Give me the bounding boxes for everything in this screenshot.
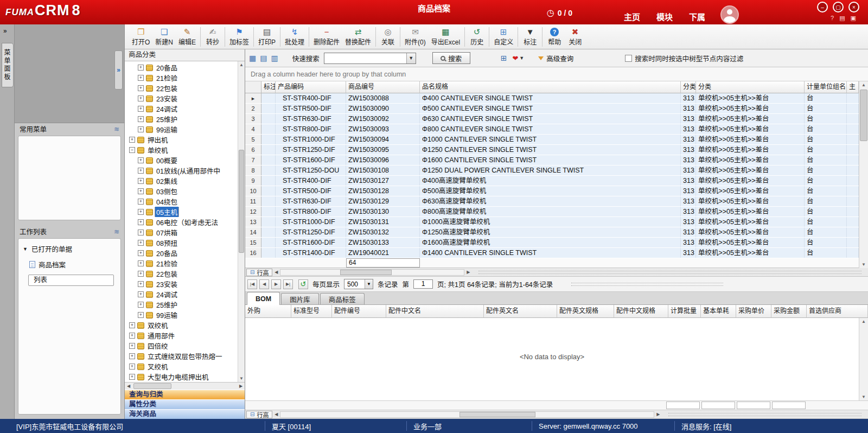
expander-icon[interactable]: +	[138, 209, 144, 215]
expander-icon[interactable]: +	[129, 322, 135, 328]
expand-panel-button[interactable]: »	[114, 50, 123, 90]
tree-item[interactable]: +21检验	[125, 258, 237, 269]
scroll-down-icon[interactable]: ▼	[861, 393, 866, 400]
expander-icon[interactable]: +	[129, 137, 135, 143]
help-button[interactable]: ?帮助	[544, 26, 565, 48]
expander-icon[interactable]: +	[138, 168, 144, 174]
scroll-up-icon[interactable]: ▲	[861, 318, 866, 325]
scroll-down-icon[interactable]: ▼	[239, 375, 244, 382]
menu-panel-tab[interactable]: 菜单面板	[2, 43, 14, 87]
expander-icon[interactable]: +	[138, 219, 144, 225]
print-button[interactable]: ▤打印P	[256, 26, 278, 48]
table-row[interactable]: 15ST-STR1600-DIFZW15030133Φ1600高速旋臂单绞机31…	[245, 238, 859, 248]
expander-icon[interactable]: +	[129, 374, 135, 380]
tree-item[interactable]: +通用部件	[125, 330, 237, 341]
first-page-button[interactable]: |◀	[247, 279, 257, 289]
scroll-left-icon[interactable]: ◀	[272, 270, 280, 275]
expander-icon[interactable]: +	[138, 250, 144, 256]
expander-icon[interactable]: +	[129, 353, 135, 359]
tree-item[interactable]: +大型电力电缆押出机	[125, 372, 237, 382]
table-row[interactable]: 16ST-STR1400-DIFZW19040021Φ1400 CANTILEV…	[245, 248, 859, 258]
expander-icon[interactable]: +	[129, 333, 135, 339]
bom-column-header-9[interactable]: 采购单价	[736, 305, 771, 318]
scrollbar-track[interactable]	[132, 383, 237, 390]
scrollbar-track[interactable]	[859, 88, 868, 261]
minimize-button[interactable]: –	[817, 2, 828, 12]
expander-icon[interactable]: +	[129, 364, 135, 370]
favorites-icon[interactable]: ❤	[512, 54, 518, 62]
corner-icon-0[interactable]: ?	[831, 15, 834, 22]
expander-icon[interactable]: +	[138, 65, 144, 71]
expander-icon[interactable]: +	[138, 312, 144, 318]
scroll-right-icon[interactable]: ▶	[464, 270, 472, 275]
scrollbar-track[interactable]	[859, 325, 868, 393]
attribute-classify-bar[interactable]: 属性分类	[125, 399, 245, 409]
open-button[interactable]: ❐打开O	[129, 26, 152, 48]
favorites-dropdown-icon[interactable]: ▼	[519, 55, 524, 61]
add-tag-button[interactable]: ⚑加标签	[227, 26, 252, 48]
tree-item[interactable]: +24调试	[125, 289, 237, 300]
scrollbar-thumb[interactable]	[133, 383, 171, 389]
table-row[interactable]: 5ST-STR1000-DIFZW15030094Φ1000 CANTILEVE…	[245, 135, 859, 145]
edit-button[interactable]: ✎编辑E	[176, 26, 199, 48]
expander-icon[interactable]: +	[138, 240, 144, 246]
column-header-8[interactable]: 主	[847, 81, 859, 93]
bom-column-header-5[interactable]: 配件英文规格	[557, 305, 614, 318]
filter-checkbox[interactable]	[625, 55, 632, 62]
advanced-query-link[interactable]: 高级查询	[546, 53, 573, 63]
replace-part-button[interactable]: ⇄替换配件	[342, 26, 374, 48]
tab-picture-library[interactable]: 图片库	[281, 293, 319, 304]
column-header-0[interactable]	[245, 81, 261, 93]
annotate-button[interactable]: ▼标注	[520, 26, 540, 48]
bom-column-header-4[interactable]: 配件英文名	[484, 305, 557, 318]
scroll-left-icon[interactable]: ◀	[125, 384, 132, 389]
bom-column-header-7[interactable]: 计算批量	[668, 305, 701, 318]
tree-vertical-scrollbar[interactable]: ▲ ▼	[238, 61, 245, 382]
table-row[interactable]: 13ST-STR1000-DIFZW15030131Φ1000高速旋臂单绞机31…	[245, 217, 859, 227]
menu-item-1[interactable]: 模块	[656, 11, 673, 22]
customs-goods-bar[interactable]: 海关商品	[125, 409, 245, 419]
expander-icon[interactable]: +	[138, 291, 144, 297]
bom-column-header-8[interactable]: 基本单耗	[701, 305, 736, 318]
tree-item[interactable]: +05主机	[125, 207, 237, 217]
expander-icon[interactable]: +	[138, 95, 144, 101]
tree-item[interactable]: +22包装	[125, 83, 237, 93]
table-row[interactable]: 3ST-STR630-DIFZW15030092Φ630 CANTILEVER …	[245, 114, 859, 124]
expander-icon[interactable]: +	[138, 199, 144, 205]
menu-item-0[interactable]: 主页	[624, 11, 640, 22]
group-by-bar[interactable]: Drag a column header here to group by th…	[245, 67, 868, 81]
expander-icon[interactable]: +	[138, 230, 144, 235]
tree-item[interactable]: +04绕包	[125, 196, 237, 207]
table-row[interactable]: 14ST-STR1250-DIFZW15030132Φ1250高速旋臂单绞机31…	[245, 227, 859, 238]
tree-item[interactable]: +叉绞机	[125, 361, 237, 372]
row-height-button[interactable]: ⊟ 行高	[246, 411, 272, 418]
query-classify-bar[interactable]: 查询与归类	[125, 390, 245, 399]
tree-item[interactable]: +21检验	[125, 73, 237, 83]
tab-bom[interactable]: BOM	[247, 292, 280, 305]
work-list-group[interactable]: ▼ 已打开的单据	[18, 239, 120, 257]
table-row[interactable]: ▸ST-STR400-DIFZW15030088Φ400 CANTILEVER …	[245, 93, 859, 104]
grid-vertical-scrollbar[interactable]: ▲ ▼	[859, 81, 868, 268]
scrollbar-thumb[interactable]	[860, 90, 867, 141]
tree-item[interactable]: +00概要	[125, 155, 237, 165]
close-button[interactable]: ×	[848, 2, 859, 12]
corner-icon-2[interactable]: ▣	[851, 15, 856, 22]
next-page-button[interactable]: ▶	[271, 279, 281, 289]
bom-column-header-1[interactable]: 标准型号	[291, 305, 332, 318]
column-header-1[interactable]: 标注	[261, 81, 276, 93]
scrollbar-thumb[interactable]	[340, 270, 392, 275]
scroll-down-icon[interactable]: ▼	[861, 261, 866, 268]
expander-icon[interactable]: +	[129, 343, 135, 349]
table-row[interactable]: 7ST-STR1600-DIFZW15030096Φ1600 CANTILEVE…	[245, 155, 859, 165]
column-header-2[interactable]: 产品编码	[276, 81, 346, 93]
customize-button[interactable]: ⊞自定义	[491, 26, 516, 48]
grid-view-icon[interactable]: ▦	[249, 54, 256, 62]
search-view-icon[interactable]: ▥	[271, 54, 278, 62]
batch-button[interactable]: ↯批处理	[282, 26, 307, 48]
expander-icon[interactable]: +	[138, 188, 144, 194]
expander-icon[interactable]: +	[138, 178, 144, 184]
horizontal-scrollbar[interactable]	[280, 269, 464, 276]
tree-item[interactable]: +02集线	[125, 176, 237, 186]
table-add-icon[interactable]: ⊞	[501, 54, 507, 62]
expander-icon[interactable]: −	[129, 147, 135, 153]
